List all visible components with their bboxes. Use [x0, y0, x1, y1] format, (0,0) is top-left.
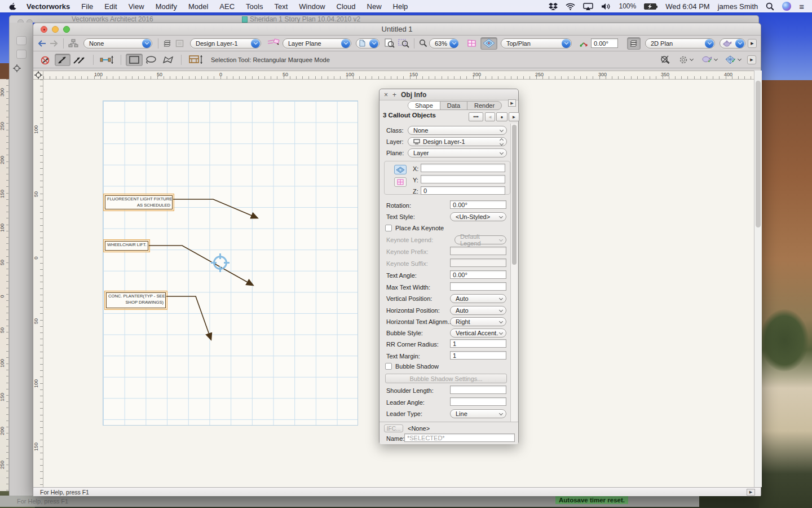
- layer-select[interactable]: Design Layer-1: [408, 137, 507, 146]
- render-settings-button[interactable]: ✓: [699, 54, 719, 66]
- menu-new[interactable]: New: [361, 2, 387, 11]
- callout-object[interactable]: FLUORESCENT LIGHT FIXTUREAS SCHEDULED: [105, 195, 173, 209]
- plan-view-toggle[interactable]: [394, 165, 407, 174]
- window-titlebar[interactable]: Untitled 1: [33, 23, 761, 36]
- interactive-scaling-mode[interactable]: [98, 54, 116, 66]
- modebar-overflow-button[interactable]: ▶: [747, 55, 756, 64]
- palette-side-arrow-button[interactable]: ▶: [508, 99, 516, 107]
- menu-vectorworks[interactable]: Vectorworks: [21, 2, 76, 11]
- rectangular-marquee-mode[interactable]: [126, 54, 143, 66]
- callout-object[interactable]: CONC. PLANTER(TYP - SEESHOP DRAWINGS): [106, 292, 166, 308]
- apple-menu[interactable]: [0, 2, 21, 11]
- leader-type-select[interactable]: Line: [450, 409, 506, 418]
- menu-modify[interactable]: Modify: [150, 2, 183, 11]
- menu-text[interactable]: Text: [268, 2, 293, 11]
- dropbox-icon[interactable]: [546, 2, 560, 10]
- palette-scrollbar[interactable]: [510, 124, 517, 422]
- layer-dropdown[interactable]: Design Layer-1: [190, 38, 261, 49]
- layers-button[interactable]: [161, 37, 174, 50]
- view-dropdown[interactable]: Top/Plan: [501, 38, 572, 49]
- scrollbar-thumb[interactable]: [512, 125, 517, 265]
- class-dropdown[interactable]: None: [83, 38, 152, 49]
- disabled-interactive-scaling-mode[interactable]: [39, 54, 55, 66]
- menu-edit[interactable]: Edit: [99, 2, 122, 11]
- plane-select[interactable]: Layer: [408, 148, 507, 157]
- forward-button[interactable]: [48, 37, 60, 50]
- menu-file[interactable]: File: [76, 2, 99, 11]
- screen-plane-toggle[interactable]: [394, 177, 407, 187]
- class-select[interactable]: None: [408, 126, 507, 135]
- layer-options-button[interactable]: [627, 37, 641, 50]
- saved-views-button[interactable]: [67, 37, 80, 50]
- bubble-shadow-checkbox[interactable]: [385, 363, 392, 370]
- render-mode-dropdown[interactable]: [720, 38, 745, 49]
- volume-icon[interactable]: [599, 3, 613, 10]
- zoom-marquee-button[interactable]: [396, 37, 411, 50]
- bubble-style-select[interactable]: Vertical Accent...: [450, 329, 506, 338]
- menu-tools[interactable]: Tools: [240, 2, 268, 11]
- multi-view-pane-button[interactable]: [465, 37, 478, 50]
- text-style-select[interactable]: <Un-Styled>: [450, 212, 506, 221]
- notification-center-icon[interactable]: ≡: [797, 2, 806, 11]
- y-input[interactable]: [421, 175, 505, 183]
- interactive-symbol-scaling-mode[interactable]: [186, 54, 205, 66]
- status-overflow-button[interactable]: ▶: [747, 489, 755, 496]
- view-settings-button[interactable]: ✓: [723, 54, 743, 66]
- tab-data[interactable]: Data: [440, 102, 467, 110]
- unified-view-button[interactable]: [480, 37, 497, 50]
- tab-shape[interactable]: Shape: [408, 102, 440, 110]
- place-as-keynote-checkbox[interactable]: [385, 225, 392, 231]
- z-input[interactable]: [421, 186, 505, 195]
- rotation-input[interactable]: [450, 200, 506, 209]
- single-object-mode[interactable]: [55, 54, 70, 66]
- menu-model[interactable]: Model: [183, 2, 214, 11]
- canvas-vertical-scrollbar[interactable]: [754, 71, 762, 487]
- tool-preferences-button[interactable]: [677, 54, 695, 66]
- zoom-line-thickness-button[interactable]: [658, 54, 672, 66]
- scrollbar-thumb[interactable]: [756, 81, 761, 227]
- zoom-button-toolbar[interactable]: [417, 37, 429, 50]
- x-input[interactable]: [421, 164, 505, 172]
- document-options-dropdown[interactable]: [356, 38, 379, 49]
- next-object-button[interactable]: ►: [509, 112, 519, 121]
- siri-icon[interactable]: [780, 2, 793, 11]
- zoom-level-dropdown[interactable]: 63%: [429, 38, 458, 49]
- palette-header[interactable]: × + Obj Info: [379, 89, 518, 100]
- toolbar-overflow-button[interactable]: ▶: [748, 39, 757, 48]
- spotlight-search-icon[interactable]: [764, 2, 776, 11]
- vertical-position-select[interactable]: Auto: [450, 294, 506, 303]
- lasso-marquee-mode[interactable]: [143, 54, 160, 66]
- viewport-button[interactable]: [174, 37, 186, 50]
- horizontal-text-align-select[interactable]: Right: [450, 317, 506, 326]
- prev-object-button[interactable]: ◄: [485, 112, 495, 121]
- callout-object[interactable]: WHEELCHAIR LIFT.: [105, 241, 148, 251]
- multiple-object-mode[interactable]: [70, 54, 89, 66]
- fit-to-page-button[interactable]: [383, 37, 396, 50]
- menu-aec[interactable]: AEC: [214, 2, 240, 11]
- user-menu[interactable]: james Smith: [716, 2, 761, 11]
- rr-corner-radius-input[interactable]: [450, 339, 506, 348]
- text-margin-input[interactable]: [450, 351, 506, 360]
- wifi-icon[interactable]: [563, 3, 577, 10]
- menu-clock[interactable]: Wed 6:04 PM: [663, 2, 712, 11]
- text-angle-input[interactable]: [450, 270, 506, 279]
- back-button[interactable]: [36, 37, 48, 50]
- menu-help[interactable]: Help: [387, 2, 414, 11]
- menu-view[interactable]: View: [123, 2, 150, 11]
- menu-cloud[interactable]: Cloud: [331, 2, 361, 11]
- shoulder-length-input[interactable]: [450, 386, 506, 394]
- close-icon[interactable]: ×: [382, 91, 390, 99]
- plane-dropdown[interactable]: Layer Plane: [283, 38, 351, 49]
- more-options-button[interactable]: •••: [469, 112, 483, 121]
- background-window-titlebar[interactable]: Vectorworks Architect 2016 Sheridan 1 St…: [9, 15, 759, 23]
- horizontal-position-select[interactable]: Auto: [450, 306, 506, 315]
- name-input[interactable]: [404, 433, 515, 442]
- plan-mode-dropdown[interactable]: 2D Plan: [645, 38, 715, 49]
- leader-angle-input[interactable]: [450, 397, 506, 406]
- tab-render[interactable]: Render: [467, 102, 501, 110]
- add-icon[interactable]: +: [390, 91, 399, 99]
- plane-rotation-input[interactable]: [591, 38, 618, 48]
- max-text-width-input[interactable]: [450, 282, 506, 291]
- airplay-display-icon[interactable]: [581, 3, 595, 10]
- polygon-marquee-mode[interactable]: [160, 54, 176, 66]
